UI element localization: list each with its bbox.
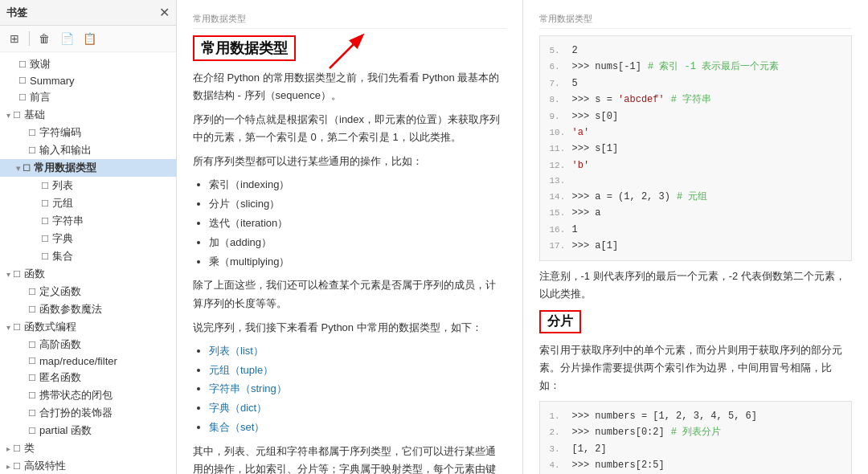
bookmark-icon: ☐ [18,59,27,70]
bookmark-icon: ☐ [28,287,36,297]
sidebar-item[interactable]: ☐元组 [0,194,176,212]
arrow-icon: ▾ [6,111,10,120]
close-button[interactable]: ✕ [159,5,170,20]
code-line: 13. [550,174,842,189]
sidebar-item[interactable]: ▾☐函数式编程 [0,318,176,336]
right-content-pane: 常用数据类型 5. 2 6. >>> nums[-1] # 索引 -1 表示最后… [523,0,869,474]
sidebar-item[interactable]: ☐合打扮的装饰器 [0,404,176,422]
sidebar-item[interactable]: ☐定义函数 [0,283,176,300]
bookmark-icon: ☐ [41,251,49,262]
code-line: 11. >>> s[1] [550,141,842,157]
sidebar-item[interactable]: ☐字符串 [0,212,176,230]
sidebar-item[interactable]: ☐Summary [0,73,176,88]
code-block-2: 1. >>> numbers = [1, 2, 3, 4, 5, 6] 2. >… [539,401,853,474]
code-line: 8. >>> s = 'abcdef' # 字符串 [550,92,842,108]
sidebar-item[interactable]: ☐partial 函数 [0,422,176,439]
sidebar-item-label: 函数参数魔法 [39,302,102,317]
sidebar-item[interactable]: ▾☐基础 [0,106,176,124]
sidebar-item-label: 高级特性 [24,459,66,473]
bookmark-icon: ☐ [13,110,21,121]
sidebar-item-label: Summary [30,75,75,87]
sidebar-item[interactable]: ☐字典 [0,230,176,247]
sidebar-item-label: 函数式编程 [24,320,76,334]
sidebar-item-label: 元组 [52,196,73,210]
sidebar-item[interactable]: ☐致谢 [0,55,176,73]
sidebar-item-label: partial 函数 [39,423,92,438]
sidebar-item[interactable]: ☐前言 [0,88,176,106]
code-line: 16. 1 [550,222,842,238]
arrow-icon: ▸ [6,444,10,453]
list-item: 字符串（string） [209,381,506,398]
right-note1: 注意别，-1 则代表序列的最后一个元素，-2 代表倒数第二个元素，以此类推。 [539,268,853,303]
left-intro: 在介绍 Python 的常用数据类型之前，我们先看看 Python 最基本的数据… [193,69,506,104]
code-line: 6. >>> nums[-1] # 索引 -1 表示最后一个元素 [550,59,842,75]
code-line: 3. [1, 2] [550,441,842,457]
sidebar-item[interactable]: ☐高阶函数 [0,336,176,353]
copy-button[interactable]: 📋 [80,29,99,48]
list-item: 分片（slicing） [209,196,506,213]
arrow-icon: ▾ [16,164,20,173]
sidebar-item[interactable]: ☐匿名函数 [0,369,176,386]
list-item: 集合（set） [209,419,506,436]
bookmark-icon: ☐ [13,461,21,472]
sidebar-item[interactable]: ▾☐常用数据类型 [0,159,176,177]
sidebar-item[interactable]: ▸☐类 [0,439,176,457]
sidebar-item-label: 合打扮的装饰器 [39,406,113,420]
sidebar-item[interactable]: ▾☐函数 [0,265,176,283]
arrow-icon: ▾ [6,323,10,332]
left-main-title: 常用数据类型 [193,35,296,61]
sidebar-header: 书签 ✕ [0,0,176,26]
left-para5: 其中，列表、元组和字符串都属于序列类型，它们可以进行某些通用的操作，比如索引、分… [193,443,506,474]
list-link[interactable]: 列表（list） [209,345,264,357]
left-content-pane: 常用数据类型 常用数据类型 在介绍 Python 的常用数据类型之前，我们先看看… [177,0,523,474]
bookmark-icon: ☐ [28,408,36,419]
new-button[interactable]: 📄 [57,29,76,48]
code-line: 4. >>> numbers[2:5] [550,457,842,473]
sidebar-item[interactable]: ☐输入和输出 [0,141,176,159]
sidebar-item-label: 类 [24,441,35,456]
code-line: 14. >>> a = (1, 2, 3) # 元组 [550,189,842,205]
sidebar-item[interactable]: ☐字符编码 [0,124,176,141]
dict-link[interactable]: 字典（dict） [209,402,267,414]
sidebar-item-label: 函数 [24,267,45,281]
code-line: 2. >>> numbers[0:2] # 列表分片 [550,424,842,440]
sidebar-item[interactable]: ☐携带状态的闭包 [0,386,176,404]
list-item: 乘（multiplying） [209,254,506,271]
types-list: 列表（list） 元组（tuple） 字符串（string） 字典（dict） … [209,343,506,436]
tuple-link[interactable]: 元组（tuple） [209,364,273,376]
list-item: 加（adding） [209,235,506,251]
code-line: 5. 2 [550,43,842,59]
right-section-para: 索引用于获取序列中的单个元素，而分片则用于获取序列的部分元素。分片操作需要提供两… [539,341,853,394]
bookmark-icon: ☐ [28,426,36,436]
sidebar-item-label: 常用数据类型 [34,161,96,175]
sidebar-item-label: 定义函数 [39,284,81,299]
sidebar-item[interactable]: ☐集合 [0,247,176,265]
sidebar: 书签 ✕ ⊞ 🗑 📄 📋 ☐致谢☐Summary☐前言▾☐基础☐字符编码☐输入和… [0,0,177,474]
list-item: 索引（indexing） [209,177,506,194]
list-item: 列表（list） [209,343,506,360]
sidebar-item[interactable]: ☐列表 [0,177,176,194]
sidebar-item[interactable]: ▸☐高级特性 [0,457,176,474]
sidebar-item-label: 前言 [30,90,51,104]
sidebar-title: 书签 [6,6,27,20]
expand-all-button[interactable]: ⊞ [5,29,24,48]
sidebar-item[interactable]: ☐函数参数魔法 [0,300,176,318]
delete-button[interactable]: 🗑 [35,29,54,48]
list-item: 元组（tuple） [209,362,506,379]
bookmark-icon: ☐ [13,269,21,280]
sidebar-item-label: 集合 [52,249,73,264]
bookmark-icon: ☐ [28,128,36,138]
sidebar-toolbar: ⊞ 🗑 📄 📋 [0,26,176,52]
bookmark-icon: ☐ [28,304,36,315]
right-section-title: 分片 [539,310,581,333]
set-link[interactable]: 集合（set） [209,421,264,433]
main-content: 常用数据类型 常用数据类型 在介绍 Python 的常用数据类型之前，我们先看看… [177,0,868,474]
bookmark-icon: ☐ [13,322,21,333]
string-link[interactable]: 字符串（string） [209,382,287,394]
sidebar-item-label: 字符串 [52,214,84,228]
sidebar-item[interactable]: ☐map/reduce/filter [0,353,176,369]
sidebar-item-label: 字符编码 [39,125,81,140]
bookmark-icon: ☐ [13,443,21,454]
toolbar-divider [29,31,30,46]
code-line: 1. >>> numbers = [1, 2, 3, 4, 5, 6] [550,408,842,424]
